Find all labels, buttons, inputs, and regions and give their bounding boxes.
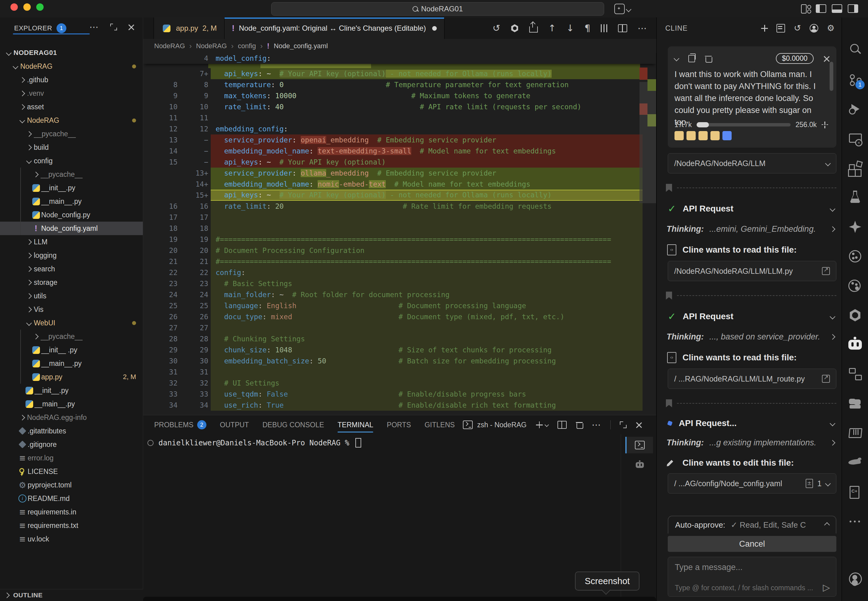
code-line[interactable]: 3434 use_rich: True # Enable/disable ric…	[143, 400, 656, 411]
tree-item--main-py[interactable]: __main__.py	[0, 357, 143, 370]
panel-tab-terminal[interactable]: TERMINAL	[338, 415, 373, 434]
code-line[interactable]: 1111	[143, 112, 656, 124]
code-line[interactable]: 99 max_tokens: 10000 # Maximum tokens to…	[143, 90, 656, 101]
code-line[interactable]: 1010 rate_limit: 40 # API rate limit (re…	[143, 101, 656, 112]
tree-item--pycache-[interactable]: __pycache__	[0, 168, 143, 181]
code-line[interactable]: 2626 docu_type: mixed # Document type (m…	[143, 311, 656, 322]
breadcrumb-item[interactable]: NodeRAG	[196, 42, 227, 50]
activity-account-icon[interactable]	[842, 567, 868, 590]
tree-item-noderag[interactable]: NodeRAG	[0, 59, 143, 73]
terminal-shell-select[interactable]: zsh - NodeRAG	[463, 421, 526, 429]
code-line[interactable]: 2929 chunk_size: 1048 # Size of text chu…	[143, 345, 656, 355]
zoom-window-button[interactable]	[36, 3, 44, 11]
tree-item-noderag-egg-info[interactable]: NodeRAG.egg-info	[0, 411, 143, 424]
copilot-chevron-icon[interactable]	[626, 6, 631, 12]
chevron-down-icon[interactable]	[830, 206, 835, 212]
code-line[interactable]: 2323 # Basic Settings	[143, 278, 656, 289]
activity-git-review-icon[interactable]	[842, 274, 868, 297]
panel-tab-gitlens[interactable]: GITLENS	[425, 415, 455, 434]
tree-item--pycache-[interactable]: __pycache__	[0, 329, 143, 343]
code-line[interactable]: 15− api_keys: ~ # Your API key (optional…	[143, 157, 656, 168]
scrollbar-slider[interactable]	[639, 82, 656, 203]
activity-extensions-icon[interactable]	[842, 156, 868, 179]
tab-app-py[interactable]: app.py 2, M	[154, 17, 225, 39]
close-task-icon[interactable]	[824, 56, 830, 62]
code-line[interactable]: 1212embedding_config:	[143, 124, 656, 134]
auto-approve-chevron-icon[interactable]	[824, 522, 830, 528]
tree-item-logging[interactable]: logging	[0, 249, 143, 262]
code-line[interactable]: 3030 embedding_batch_size: 50 # Batch si…	[143, 355, 656, 366]
code-line[interactable]: 3333 use_tqdm: False # Enable/disable pr…	[143, 389, 656, 400]
code-line[interactable]: 13+ service_provider: ollama_embedding #…	[143, 168, 656, 178]
activity-more-icon[interactable]	[842, 510, 868, 533]
tree-item-noderag01[interactable]: NODERAG01	[0, 46, 143, 59]
task-card[interactable]: $0.0000 I want this to work with Ollama …	[668, 46, 836, 148]
tree-item-readme-md[interactable]: iREADME.md	[0, 492, 143, 505]
explorer-layout-icon[interactable]	[110, 24, 117, 31]
code-line[interactable]: 15+ api_keys: ~ # Your API key (optional…	[143, 190, 656, 201]
tree-item--main-py[interactable]: __main__.py	[0, 397, 143, 411]
activity-git-graph-icon[interactable]	[842, 245, 868, 268]
code-line[interactable]: 14− embedding_model_name: text-embedding…	[143, 145, 656, 157]
activity-kangaroo-icon[interactable]	[842, 451, 868, 474]
tree-item-noderag[interactable]: NodeRAG	[0, 114, 143, 127]
tree-item-requirements-txt[interactable]: ≡requirements.txt	[0, 519, 143, 532]
kill-terminal-icon[interactable]	[576, 421, 583, 428]
account-icon[interactable]	[810, 24, 818, 32]
thinking-row[interactable]: Thinking:..., based on service_provider.	[666, 332, 834, 342]
split-editor-icon[interactable]	[618, 24, 627, 32]
editor-overview-ruler[interactable]	[639, 53, 656, 433]
activity-remote-explorer-icon[interactable]	[842, 127, 868, 150]
command-decoration-icon[interactable]	[147, 440, 154, 446]
chevron-right-icon[interactable]	[830, 334, 835, 340]
breadcrumb-item[interactable]: config	[238, 42, 256, 50]
tree-item--main-py[interactable]: __main__.py	[0, 195, 143, 208]
tree-item--init-py[interactable]: __init__.py	[0, 384, 143, 397]
command-center-search[interactable]: NodeRAG01	[271, 2, 604, 16]
terminal-prompt-row[interactable]: danielkliewer@Daniels-MacBook-Pro NodeRA…	[147, 438, 361, 447]
activity-cline-robot-icon[interactable]	[842, 332, 868, 355]
breadcrumb[interactable]: NodeRAG›NodeRAG›config›!Node_config.yaml	[143, 39, 667, 53]
tree-item-vis[interactable]: Vis	[0, 303, 143, 316]
collapse-context-icon[interactable]	[822, 122, 828, 128]
pilcrow-icon[interactable]: ¶	[584, 24, 590, 33]
terminal-list-item-zsh[interactable]	[625, 437, 653, 453]
bookmark-icon[interactable]	[666, 399, 672, 407]
tree-item-build[interactable]: build	[0, 140, 143, 154]
tree-item--gitattributes[interactable]: .gitattributes	[0, 424, 143, 438]
tree-item-asset[interactable]: asset	[0, 100, 143, 114]
toggle-secondary-sidebar-icon[interactable]	[848, 4, 858, 13]
chevron-down-icon[interactable]	[825, 480, 831, 486]
code-line[interactable]: 7+ api_keys: ~ # Your API key (optional)…	[143, 68, 656, 79]
code-line[interactable]: 13− service_provider: openai_embedding #…	[143, 134, 656, 145]
tree-item-uv-lock[interactable]: ≡uv.lock	[0, 532, 143, 546]
bookmark-icon[interactable]	[666, 184, 672, 192]
close-panel-icon[interactable]	[636, 422, 642, 428]
thinking-row[interactable]: Thinking:...g existing implementations.	[666, 438, 834, 447]
new-task-icon[interactable]	[761, 25, 768, 32]
tab-modified-dot-icon[interactable]	[432, 26, 437, 31]
outline-section[interactable]: OUTLINE	[0, 589, 148, 601]
tree-item-app-py[interactable]: app.py2, M	[0, 370, 143, 384]
timeline-icon[interactable]: ↺	[492, 24, 500, 33]
tree-item-pyproject-toml[interactable]: ⚙pyproject.toml	[0, 478, 143, 492]
breadcrumb-file[interactable]: Node_config.yaml	[274, 42, 328, 50]
activity-beaker-icon[interactable]	[842, 185, 868, 208]
activity-org-chart-icon[interactable]	[842, 362, 868, 385]
code-line[interactable]: 3232 # UI Settings	[143, 378, 656, 389]
code-line[interactable]: 2424 main_folder: ~ # Root folder for do…	[143, 289, 656, 300]
chevron-right-icon[interactable]	[830, 440, 835, 445]
tree-item-error-log[interactable]: ≡error.log	[0, 451, 143, 465]
tree-item--gitignore[interactable]: .gitignore	[0, 438, 143, 451]
activity-sparkle-icon[interactable]	[842, 215, 868, 238]
api-request-row[interactable]: API Request...	[668, 418, 834, 428]
code-line[interactable]: 88 temperature: 0 # Temperature paramete…	[143, 79, 656, 90]
sticky-line[interactable]: 4model_config:	[143, 53, 656, 64]
task-collapse-chevron-icon[interactable]	[674, 56, 679, 61]
activity-agents-icon[interactable]	[842, 392, 868, 415]
panel-tab-debug-console[interactable]: DEBUG CONSOLE	[262, 415, 324, 434]
cancel-button[interactable]: Cancel	[668, 536, 836, 552]
file-result-box[interactable]: /NodeRAG/NodeRAG/LLM	[668, 153, 836, 174]
chevron-right-icon[interactable]	[830, 226, 835, 232]
customize-layout-icon[interactable]	[801, 4, 807, 14]
